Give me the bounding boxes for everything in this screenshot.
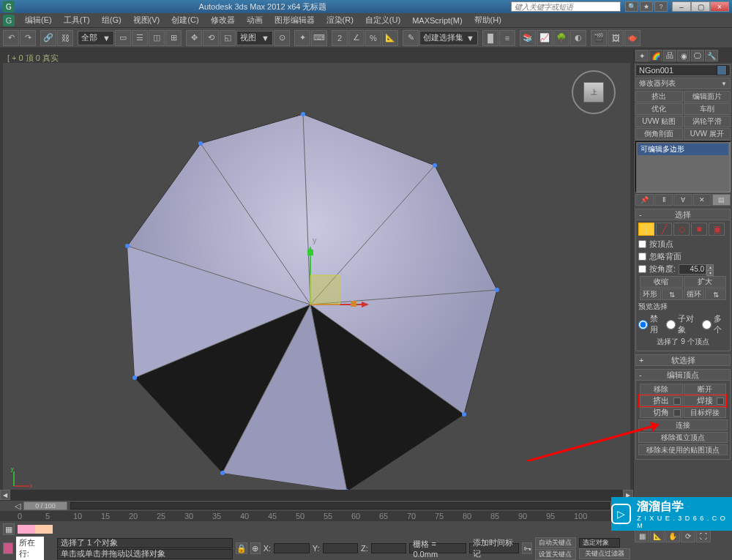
help-icon[interactable]: ? [654,1,668,12]
weld-settings-icon[interactable] [717,397,724,405]
menu-tools[interactable]: 工具(T) [58,13,96,27]
hscroll-left-icon[interactable]: ◀ [0,490,10,500]
snap-percent-button[interactable]: % [365,30,381,46]
script-listener-icon[interactable] [3,542,13,554]
key-icon[interactable]: 🗝 [522,542,532,554]
mod-extrude-button[interactable]: 挤出 [635,91,683,102]
key-target-dropdown[interactable]: 选定对象 [579,538,620,548]
undo-button[interactable]: ↶ [3,30,19,46]
z-coord-field[interactable] [371,543,407,553]
menu-graph-editors[interactable]: 图形编辑器 [269,13,321,27]
mod-uvwunwrap-button[interactable]: UVW 展开 [684,128,731,140]
hscroll-track[interactable] [10,490,623,500]
select-region-button[interactable]: ◫ [149,30,165,46]
angle-spinner[interactable]: 45.0 ▴▾ [679,264,714,275]
redo-button[interactable]: ↷ [20,30,36,46]
scale-button[interactable]: ◱ [220,30,236,46]
target-weld-button[interactable]: 目标焊接 [684,407,727,418]
multi-radio[interactable] [702,320,712,329]
pan-icon[interactable]: ✋ [665,529,680,542]
object-name-field[interactable]: NGon001 [635,64,731,76]
edge-level-icon[interactable]: ╱ [656,223,672,236]
y-coord-field[interactable] [323,543,359,553]
polygon-level-icon[interactable]: ■ [691,223,707,236]
maximize-viewport-icon[interactable]: ⛶ [696,529,711,542]
app-logo-icon[interactable]: G [3,1,15,12]
chamfer-settings-icon[interactable] [673,409,681,417]
mod-editpatch-button[interactable]: 编辑面片 [684,91,731,102]
menu-modifiers[interactable]: 修改器 [205,13,241,27]
maximize-button[interactable]: ▢ [691,1,710,12]
window-crossing-button[interactable]: ⊞ [165,30,182,46]
rendered-frame-button[interactable]: 🖼 [608,30,624,46]
grow-button[interactable]: 扩大 [684,276,727,288]
remove-unused-button[interactable]: 移除未使用的贴图顶点 [638,444,728,455]
disable-radio[interactable] [638,320,648,329]
menu-group[interactable]: 组(G) [96,13,127,27]
octagon-mesh[interactable]: y [91,92,515,517]
ring-spinner[interactable]: ⇅ [662,288,683,300]
track-color-1[interactable] [18,525,35,534]
make-unique-icon[interactable]: ∀ [673,194,692,206]
menu-create[interactable]: 创建(C) [165,13,204,27]
ignore-backfacing-checkbox[interactable]: 忽略背面 [638,251,728,262]
lock-selection-icon[interactable]: 🔒 [236,542,247,554]
menu-rendering[interactable]: 渲染(R) [321,13,359,27]
move-button[interactable]: ✥ [186,30,202,46]
time-slider-track[interactable] [70,502,610,509]
viewcube-face[interactable]: 上 [583,82,604,102]
element-level-icon[interactable]: ▣ [709,223,725,236]
close-button[interactable]: × [710,1,729,12]
soft-selection-header[interactable]: +软选择 [635,354,731,366]
mod-turbosmooth-button[interactable]: 涡轮平滑 [684,116,731,127]
connect-button[interactable]: 连接 [638,419,728,430]
remove-modifier-icon[interactable]: ✕ [693,194,712,206]
mod-uvwmap-button[interactable]: UVW 贴图 [635,116,683,127]
break-button[interactable]: 断开 [684,384,727,395]
by-angle-checkbox[interactable] [638,265,646,273]
info-icon[interactable]: 🔍 [625,1,638,12]
menu-customize[interactable]: 自定义(U) [359,13,406,27]
utilities-tab-icon[interactable]: 🔧 [705,50,718,61]
time-slider-thumb[interactable]: 0 / 100 [23,501,67,510]
viewport[interactable]: 上 [3,63,630,497]
help-search-input[interactable] [511,1,621,12]
track-color-2[interactable] [35,525,53,534]
object-color-swatch[interactable] [717,65,727,75]
render-setup-button[interactable]: 🎬 [591,30,607,46]
transform-type-icon[interactable]: ⊕ [250,542,261,554]
view-cube[interactable]: 上 [572,70,616,114]
link-button[interactable]: 🔗 [40,30,56,46]
orbit-icon[interactable]: ⟳ [681,529,695,542]
autokey-button[interactable]: 自动关键点 [535,537,576,548]
mod-lathe-button[interactable]: 车削 [684,103,731,115]
show-end-result-icon[interactable]: Ⅱ [654,194,673,206]
pivot-center-button[interactable]: ⊙ [274,30,290,46]
layers-button[interactable]: 📚 [520,30,536,46]
motion-tab-icon[interactable]: ◉ [677,50,690,61]
by-vertex-checkbox[interactable]: 按顶点 [638,239,728,250]
x-coord-field[interactable] [274,543,310,553]
mod-optimize-button[interactable]: 优化 [635,103,683,115]
modify-tab-icon[interactable]: 🌈 [649,50,662,61]
key-filter-button[interactable]: 关键点过滤器 [579,548,630,559]
time-tag-field[interactable]: 添加时间标记 [469,543,520,553]
select-object-button[interactable]: ▭ [115,30,131,46]
configure-sets-icon[interactable]: ▤ [712,194,731,206]
subobj-radio[interactable] [666,320,676,329]
extrude-button[interactable]: 挤出 [640,395,683,406]
star-icon[interactable]: ★ [640,1,653,12]
trackbar-toggle-icon[interactable]: ▦ [3,523,15,535]
minimize-button[interactable]: – [672,1,691,12]
menu-maxscript[interactable]: MAXScript(M) [406,15,468,26]
menu-edit[interactable]: 编辑(E) [19,13,58,27]
select-by-name-button[interactable]: ☰ [132,30,148,46]
border-level-icon[interactable]: ◇ [673,223,690,236]
manipulate-button[interactable]: ✦ [294,30,310,46]
edit-vertices-header[interactable]: -编辑顶点 [635,369,731,381]
create-tab-icon[interactable]: ✦ [635,50,649,61]
curve-editor-button[interactable]: 📈 [537,30,553,46]
keyboard-shortcut-button[interactable]: ⌨ [311,30,327,46]
loop-spinner[interactable]: ⇅ [705,288,726,300]
remove-isolated-button[interactable]: 移除孤立顶点 [638,432,728,443]
